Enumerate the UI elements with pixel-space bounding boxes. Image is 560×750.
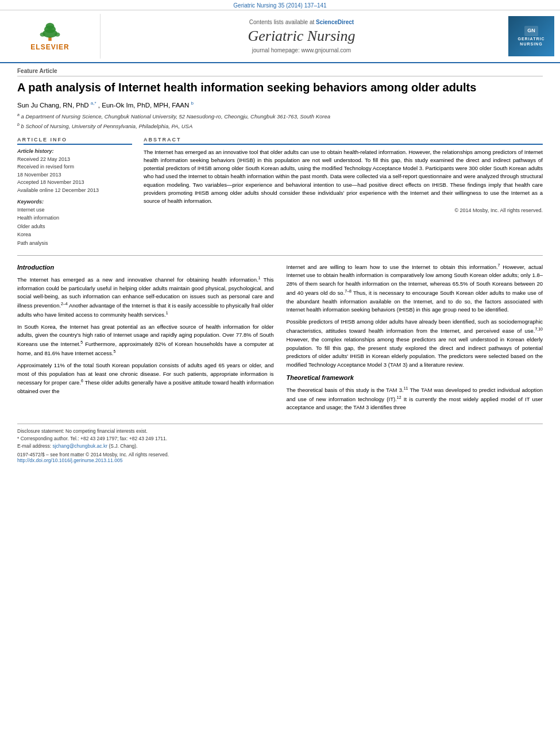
- body-left-p1: The Internet has emerged as a new and in…: [17, 275, 274, 320]
- geriatric-nursing-badge: GN GERIATRICNURSING: [508, 16, 554, 56]
- sciencedirect-label: Contents lists available at: [249, 19, 314, 25]
- abstract-col: ABSTRACT The Internet has emerged as an …: [144, 137, 543, 248]
- author2-name: Eun-Ok Im, PhD, MPH, FAAN: [102, 102, 189, 109]
- email-line: E-mail address: sjchang@chungbuk.ac.kr (…: [17, 443, 543, 450]
- elsevier-tree-icon: [33, 22, 67, 42]
- author2-sup: b: [191, 101, 194, 106]
- theoretical-heading: Theoretical framework: [287, 373, 543, 383]
- affiliation-a: a a Department of Nursing Science, Chung…: [17, 112, 543, 121]
- keywords-block: Keywords: Internet use Health informatio…: [17, 199, 132, 247]
- affil-b-sup: b: [17, 122, 20, 126]
- body-right-col: Internet and are willing to learn how to…: [287, 263, 543, 416]
- article-title: A path analysis of Internet health infor…: [17, 80, 543, 95]
- available-line: Available online 12 December 2013: [17, 187, 132, 194]
- keyword-5: Path analysis: [17, 240, 132, 247]
- article-content: Feature Article A path analysis of Inter…: [0, 63, 560, 469]
- svg-point-5: [55, 32, 60, 36]
- author1-sup: a,*: [91, 101, 96, 106]
- sciencedirect-line: Contents lists available at ScienceDirec…: [249, 19, 354, 25]
- badge-title: GERIATRICNURSING: [518, 36, 545, 47]
- journal-top-bar: Geriatric Nursing 35 (2014) 137–141: [0, 0, 560, 10]
- author1-name: Sun Ju Chang, RN, PhD: [17, 102, 89, 109]
- sciencedirect-link[interactable]: ScienceDirect: [316, 19, 354, 25]
- body-right-p2: Possible predictors of IHISB among older…: [287, 318, 543, 369]
- doi-link[interactable]: http://dx.doi.org/10.1016/j.gerinurse.20…: [17, 457, 122, 463]
- svg-text:GN: GN: [527, 28, 535, 33]
- journal-header: ELSEVIER Contents lists available at Sci…: [0, 10, 560, 63]
- affiliation-b: b b School of Nursing, University of Pen…: [17, 122, 543, 130]
- journal-citation: Geriatric Nursing 35 (2014) 137–141: [233, 2, 326, 9]
- feature-article-label: Feature Article: [17, 68, 543, 76]
- issn-text: 0197-4572/$ – see front matter © 2014 Mo…: [17, 452, 169, 457]
- body-section: Introduction The Internet has emerged as…: [17, 263, 543, 416]
- history-label: Article history:: [17, 148, 132, 154]
- keyword-3: Older adults: [17, 223, 132, 230]
- affil-b-text: b School of Nursing, University of Penns…: [21, 123, 193, 129]
- footer-notes: Disclosure statement: No competing finan…: [17, 428, 543, 449]
- journal-badge-area: GN GERIATRICNURSING: [503, 14, 560, 59]
- email-label: E-mail address:: [17, 443, 51, 449]
- email-name: (S.J. Chang).: [109, 443, 137, 449]
- corresponding-note: * Corresponding author. Tel.: +82 43 249…: [17, 435, 543, 443]
- authors-line: Sun Ju Chang, RN, PhD a,* , Eun-Ok Im, P…: [17, 101, 543, 109]
- keyword-1: Internet use: [17, 206, 132, 214]
- svg-point-3: [46, 22, 55, 29]
- body-right-p3: The theoretical basis of this study is t…: [287, 386, 543, 412]
- revised-date-line: 18 November 2013: [17, 171, 132, 179]
- elsevier-logo: ELSEVIER: [16, 21, 84, 52]
- keyword-2: Health information: [17, 214, 132, 222]
- abstract-copyright: © 2014 Mosby, Inc. All rights reserved.: [144, 207, 543, 213]
- abstract-label: ABSTRACT: [144, 137, 543, 145]
- article-info-label: ARTICLE INFO: [17, 137, 132, 145]
- disclosure-note: Disclosure statement: No competing finan…: [17, 428, 543, 435]
- received-line: Received 22 May 2013: [17, 156, 132, 163]
- body-right-p1: Internet and are willing to learn how to…: [287, 263, 543, 315]
- info-abstract-section: ARTICLE INFO Article history: Received 2…: [17, 137, 543, 248]
- elsevier-logo-area: ELSEVIER: [0, 14, 101, 59]
- svg-point-4: [40, 32, 45, 36]
- intro-heading: Introduction: [17, 263, 274, 272]
- article-info-col: ARTICLE INFO Article history: Received 2…: [17, 137, 132, 248]
- keyword-4: Korea: [17, 231, 132, 239]
- journal-center: Contents lists available at ScienceDirec…: [101, 14, 503, 59]
- nursing-icon: GN: [524, 26, 538, 36]
- journal-name: Geriatric Nursing: [248, 28, 355, 45]
- body-left-col: Introduction The Internet has emerged as…: [17, 263, 274, 416]
- elsevier-text: ELSEVIER: [30, 43, 69, 51]
- article-history-block: Article history: Received 22 May 2013 Re…: [17, 148, 132, 194]
- accepted-line: Accepted 18 November 2013: [17, 179, 132, 186]
- keywords-label: Keywords:: [17, 199, 132, 205]
- footer-doi[interactable]: http://dx.doi.org/10.1016/j.gerinurse.20…: [17, 457, 543, 463]
- affiliations: a a Department of Nursing Science, Chung…: [17, 112, 543, 131]
- body-left-p3: Approximately 11% of the total South Kor…: [17, 361, 274, 396]
- article-footer: Disclosure statement: No competing finan…: [17, 424, 543, 463]
- body-left-p2: In South Korea, the Internet has great p…: [17, 323, 274, 358]
- journal-homepage: journal homepage: www.gnjournal.com: [252, 47, 351, 53]
- abstract-text: The Internet has emerged as an innovativ…: [144, 148, 543, 206]
- affil-a-text: a Department of Nursing Science, Chungbu…: [21, 113, 330, 120]
- email-link[interactable]: sjchang@chungbuk.ac.kr: [52, 443, 107, 449]
- section-divider: [17, 255, 543, 256]
- affil-a-sup: a: [17, 113, 20, 117]
- footer-issn: 0197-4572/$ – see front matter © 2014 Mo…: [17, 452, 543, 457]
- received-revised-line: Received in revised form: [17, 163, 132, 171]
